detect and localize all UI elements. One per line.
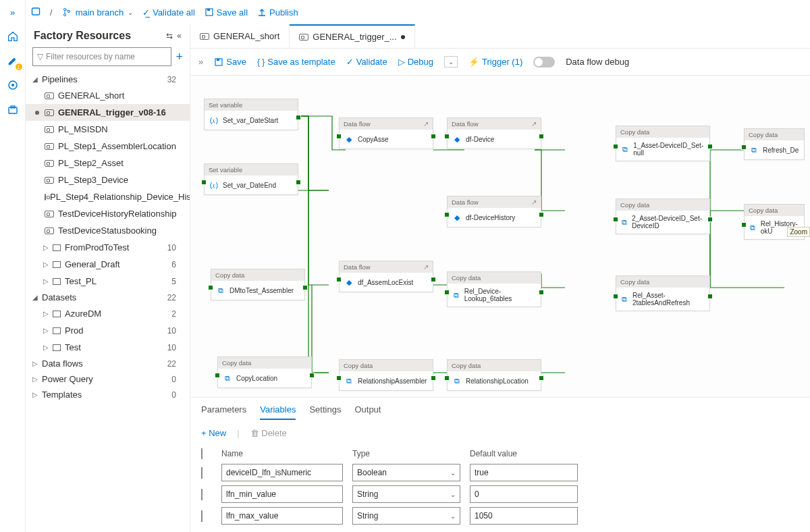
select-all-checkbox[interactable] xyxy=(201,448,202,459)
activity-set-variable[interactable]: Set variable (𝑥)Set_var_DateStart xyxy=(204,99,298,130)
dataset-folder[interactable]: ▷Prod10 xyxy=(26,322,190,339)
validate-all-button[interactable]: ✓̲Validate all xyxy=(142,7,195,18)
pipeline-icon xyxy=(45,228,54,234)
save-template-button[interactable]: { }Save as template xyxy=(257,57,335,67)
pipeline-item[interactable]: PL_Step2_Asset xyxy=(26,155,190,171)
dirty-dot-icon xyxy=(401,35,405,39)
var-default-input[interactable]: 1050 xyxy=(470,507,578,525)
dataflow-debug-label: Data flow debug xyxy=(566,57,629,67)
pipeline-item[interactable]: GENERAL_short xyxy=(26,87,190,104)
branch-selector[interactable]: main branch ⌄ xyxy=(62,7,134,18)
home-icon[interactable] xyxy=(6,30,20,43)
manage-toolbox-icon[interactable] xyxy=(6,103,20,116)
tab-general-trigger[interactable]: GENERAL_trigger_... xyxy=(290,24,414,48)
activity-copy-data[interactable]: Copy data ⧉Rel_Device-Lookup_6tables xyxy=(447,271,541,307)
activity-data-flow[interactable]: Data flow↗ ◆df-Device xyxy=(447,117,541,149)
dataflows-group[interactable]: ▷Data flows 22 xyxy=(26,356,190,371)
trigger-button[interactable]: ⚡Trigger (1) xyxy=(468,57,522,67)
tab-output[interactable]: Output xyxy=(354,404,381,420)
pipeline-item[interactable]: PL_MSISDN xyxy=(26,121,190,138)
save-button[interactable]: Save xyxy=(214,57,246,67)
datasets-group[interactable]: ◢Datasets 22 xyxy=(26,290,190,305)
powerquery-group[interactable]: ▷Power Query 0 xyxy=(26,371,190,387)
expand-activities-icon[interactable]: » xyxy=(198,57,203,67)
variable-row: deviceID_lfn_isNumeric Boolean⌄ true xyxy=(201,464,799,481)
debug-button[interactable]: ▷Debug xyxy=(398,57,433,67)
filter-input[interactable]: ▽ Filter resources by name xyxy=(32,47,171,66)
collapse-sidebar-icon[interactable]: « xyxy=(177,31,182,41)
delete-variable-button[interactable]: 🗑 Delete xyxy=(250,428,287,438)
dataset-folder[interactable]: ▷Test10 xyxy=(26,339,190,356)
var-name-input[interactable]: lfn_max_value xyxy=(221,507,343,525)
activity-data-flow[interactable]: Data flow↗ ◆df_AssemLocExist xyxy=(339,261,433,292)
pipeline-folder[interactable]: ▷FromProdToTest10 xyxy=(26,239,190,256)
author-pencil-icon[interactable]: 1 xyxy=(6,54,20,68)
pipeline-item[interactable]: PL_Step1_AssemblerLocation xyxy=(26,138,190,155)
tab-parameters[interactable]: Parameters xyxy=(201,404,246,420)
activity-copy-data[interactable]: Copy data ⧉RelationshipLocation xyxy=(447,359,541,391)
activity-copy-data[interactable]: Copy data ⧉2_Asset-DeviceID_Set-DeviceID xyxy=(616,198,710,234)
templates-group[interactable]: ▷Templates 0 xyxy=(26,387,190,402)
row-checkbox[interactable] xyxy=(201,510,202,522)
var-type-select[interactable]: String⌄ xyxy=(352,507,460,525)
save-all-button[interactable]: Save all xyxy=(205,7,248,18)
activity-copy-data[interactable]: Copy data ⧉1_Asset-DeviceID_Set-null xyxy=(616,126,710,161)
pipeline-item[interactable]: TestDeviceHistoryRelationship xyxy=(26,205,190,222)
pipeline-canvas[interactable]: Set variable (𝑥)Set_var_DateStart Set va… xyxy=(190,76,810,397)
activity-copy-data[interactable]: Copy data ⧉RelationshipAssembler xyxy=(339,359,433,391)
variable-icon: (𝑥) xyxy=(209,180,219,190)
branch-label: main branch xyxy=(76,7,124,18)
validate-button[interactable]: ✓Validate xyxy=(346,57,387,67)
open-icon[interactable]: ↗ xyxy=(423,263,429,271)
copy-icon: ⧉ xyxy=(452,290,461,300)
pipeline-icon xyxy=(45,92,54,99)
var-type-select[interactable]: String⌄ xyxy=(352,485,460,503)
tab-general-short[interactable]: GENERAL_short xyxy=(190,24,290,48)
pipeline-item[interactable]: PL_Step4_Relationship_Device_Hist... xyxy=(26,188,190,205)
collapse-tree-icon[interactable]: ⇆ xyxy=(166,31,173,41)
open-icon[interactable]: ↗ xyxy=(531,198,537,206)
svg-point-5 xyxy=(63,8,65,10)
row-checkbox[interactable] xyxy=(201,467,202,479)
open-icon[interactable]: ↗ xyxy=(531,120,537,128)
var-type-select[interactable]: Boolean⌄ xyxy=(352,464,460,481)
monitor-icon[interactable] xyxy=(6,78,20,92)
svg-point-1 xyxy=(11,84,14,86)
pipeline-item[interactable]: GENERAL_trigger_v08-16 xyxy=(26,104,190,121)
publish-button[interactable]: Publish xyxy=(257,7,298,18)
pipelines-group[interactable]: ◢Pipelines 32 xyxy=(26,72,190,87)
dataflow-debug-toggle[interactable] xyxy=(533,57,555,68)
pipeline-item[interactable]: PL_Step3_Device xyxy=(26,171,190,188)
dataset-folder[interactable]: ▷AzureDM2 xyxy=(26,305,190,322)
expand-rail-icon[interactable]: » xyxy=(6,5,20,19)
activity-copy-data[interactable]: Copy data ⧉Rel_Asset-2tablesAndRefresh xyxy=(616,275,710,311)
add-resource-button[interactable]: + xyxy=(176,50,183,64)
pipeline-folder[interactable]: ▷General_Draft6 xyxy=(26,256,190,273)
variable-row: lfn_min_value String⌄ 0 xyxy=(201,485,799,503)
var-default-input[interactable]: true xyxy=(470,464,578,481)
open-icon[interactable]: ↗ xyxy=(423,120,429,128)
tooltip-zoom: Zoom xyxy=(787,227,810,237)
row-checkbox[interactable] xyxy=(201,489,202,500)
pipeline-folder[interactable]: ▷Test_PL5 xyxy=(26,273,190,290)
new-variable-button[interactable]: + New xyxy=(201,428,226,438)
activity-copy-data[interactable]: Copy data ⧉CopyLocation xyxy=(217,356,312,388)
pipeline-icon xyxy=(45,143,54,150)
activity-set-variable[interactable]: Set variable (𝑥)Set_var_DateEnd xyxy=(204,163,298,195)
pipeline-icon xyxy=(45,109,54,116)
activity-data-flow[interactable]: Data flow↗ ◆df-DeviceHistory xyxy=(447,196,541,228)
var-default-input[interactable]: 0 xyxy=(470,485,578,503)
debug-dropdown[interactable]: ⌄ xyxy=(444,56,458,68)
tab-variables[interactable]: Variables xyxy=(260,404,296,420)
activity-copy-data[interactable]: Copy data ⧉DMtoTest_Assembler xyxy=(211,269,305,300)
folder-icon xyxy=(53,261,61,268)
pipeline-item[interactable]: TestDeviceStatusbooking xyxy=(26,222,190,239)
var-name-input[interactable]: deviceID_lfn_isNumeric xyxy=(221,464,343,481)
tab-settings[interactable]: Settings xyxy=(309,404,341,420)
branch-icon xyxy=(62,7,72,17)
save-all-icon xyxy=(205,7,214,17)
activity-copy-data[interactable]: Copy data ⧉Refresh_De xyxy=(744,128,805,160)
var-name-input[interactable]: lfn_min_value xyxy=(221,485,343,503)
activity-data-flow[interactable]: Data flow↗ ◆CopyAsse xyxy=(339,117,433,149)
toggle-repo-icon[interactable] xyxy=(31,7,40,18)
